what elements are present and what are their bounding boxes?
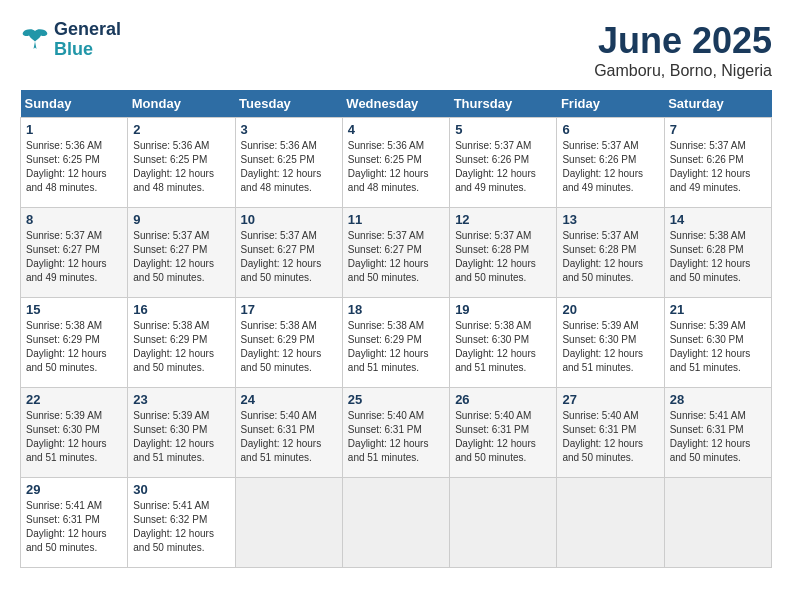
calendar-day-cell: 19Sunrise: 5:38 AMSunset: 6:30 PMDayligh… [450,298,557,388]
col-sunday: Sunday [21,90,128,118]
calendar-day-cell: 26Sunrise: 5:40 AMSunset: 6:31 PMDayligh… [450,388,557,478]
day-number: 2 [133,122,229,137]
day-info: Sunrise: 5:36 AMSunset: 6:25 PMDaylight:… [348,139,444,195]
calendar-day-cell: 14Sunrise: 5:38 AMSunset: 6:28 PMDayligh… [664,208,771,298]
day-info: Sunrise: 5:39 AMSunset: 6:30 PMDaylight:… [26,409,122,465]
calendar-day-cell: 11Sunrise: 5:37 AMSunset: 6:27 PMDayligh… [342,208,449,298]
day-info: Sunrise: 5:38 AMSunset: 6:29 PMDaylight:… [348,319,444,375]
day-info: Sunrise: 5:39 AMSunset: 6:30 PMDaylight:… [670,319,766,375]
calendar-day-cell: 3Sunrise: 5:36 AMSunset: 6:25 PMDaylight… [235,118,342,208]
day-number: 21 [670,302,766,317]
day-number: 13 [562,212,658,227]
calendar-day-cell: 30Sunrise: 5:41 AMSunset: 6:32 PMDayligh… [128,478,235,568]
day-number: 12 [455,212,551,227]
header-row: Sunday Monday Tuesday Wednesday Thursday… [21,90,772,118]
calendar-day-cell [235,478,342,568]
day-info: Sunrise: 5:39 AMSunset: 6:30 PMDaylight:… [562,319,658,375]
calendar-day-cell: 5Sunrise: 5:37 AMSunset: 6:26 PMDaylight… [450,118,557,208]
day-number: 5 [455,122,551,137]
day-number: 23 [133,392,229,407]
calendar-day-cell [664,478,771,568]
calendar-day-cell: 29Sunrise: 5:41 AMSunset: 6:31 PMDayligh… [21,478,128,568]
day-info: Sunrise: 5:37 AMSunset: 6:27 PMDaylight:… [133,229,229,285]
day-info: Sunrise: 5:37 AMSunset: 6:27 PMDaylight:… [26,229,122,285]
day-info: Sunrise: 5:37 AMSunset: 6:27 PMDaylight:… [241,229,337,285]
calendar-week-row: 15Sunrise: 5:38 AMSunset: 6:29 PMDayligh… [21,298,772,388]
day-number: 6 [562,122,658,137]
calendar-day-cell: 7Sunrise: 5:37 AMSunset: 6:26 PMDaylight… [664,118,771,208]
calendar-day-cell [450,478,557,568]
day-info: Sunrise: 5:37 AMSunset: 6:28 PMDaylight:… [562,229,658,285]
calendar-day-cell: 23Sunrise: 5:39 AMSunset: 6:30 PMDayligh… [128,388,235,478]
day-info: Sunrise: 5:40 AMSunset: 6:31 PMDaylight:… [348,409,444,465]
col-friday: Friday [557,90,664,118]
calendar-week-row: 22Sunrise: 5:39 AMSunset: 6:30 PMDayligh… [21,388,772,478]
day-number: 28 [670,392,766,407]
day-number: 29 [26,482,122,497]
day-info: Sunrise: 5:39 AMSunset: 6:30 PMDaylight:… [133,409,229,465]
calendar-day-cell: 27Sunrise: 5:40 AMSunset: 6:31 PMDayligh… [557,388,664,478]
day-info: Sunrise: 5:41 AMSunset: 6:31 PMDaylight:… [670,409,766,465]
day-info: Sunrise: 5:40 AMSunset: 6:31 PMDaylight:… [562,409,658,465]
calendar-day-cell: 18Sunrise: 5:38 AMSunset: 6:29 PMDayligh… [342,298,449,388]
logo: General Blue [20,20,121,60]
day-number: 4 [348,122,444,137]
col-saturday: Saturday [664,90,771,118]
day-number: 25 [348,392,444,407]
day-number: 30 [133,482,229,497]
day-info: Sunrise: 5:37 AMSunset: 6:27 PMDaylight:… [348,229,444,285]
day-info: Sunrise: 5:40 AMSunset: 6:31 PMDaylight:… [455,409,551,465]
logo-icon [20,25,50,55]
calendar-day-cell: 12Sunrise: 5:37 AMSunset: 6:28 PMDayligh… [450,208,557,298]
day-number: 17 [241,302,337,317]
day-number: 19 [455,302,551,317]
day-info: Sunrise: 5:37 AMSunset: 6:26 PMDaylight:… [670,139,766,195]
title-area: June 2025 Gamboru, Borno, Nigeria [594,20,772,80]
day-number: 24 [241,392,337,407]
col-wednesday: Wednesday [342,90,449,118]
day-info: Sunrise: 5:38 AMSunset: 6:28 PMDaylight:… [670,229,766,285]
day-info: Sunrise: 5:36 AMSunset: 6:25 PMDaylight:… [26,139,122,195]
calendar-table: Sunday Monday Tuesday Wednesday Thursday… [20,90,772,568]
day-number: 16 [133,302,229,317]
day-info: Sunrise: 5:36 AMSunset: 6:25 PMDaylight:… [241,139,337,195]
calendar-day-cell: 8Sunrise: 5:37 AMSunset: 6:27 PMDaylight… [21,208,128,298]
calendar-week-row: 29Sunrise: 5:41 AMSunset: 6:31 PMDayligh… [21,478,772,568]
day-info: Sunrise: 5:37 AMSunset: 6:26 PMDaylight:… [562,139,658,195]
calendar-week-row: 8Sunrise: 5:37 AMSunset: 6:27 PMDaylight… [21,208,772,298]
day-number: 14 [670,212,766,227]
calendar-day-cell: 16Sunrise: 5:38 AMSunset: 6:29 PMDayligh… [128,298,235,388]
calendar-day-cell: 20Sunrise: 5:39 AMSunset: 6:30 PMDayligh… [557,298,664,388]
calendar-day-cell: 25Sunrise: 5:40 AMSunset: 6:31 PMDayligh… [342,388,449,478]
col-monday: Monday [128,90,235,118]
day-info: Sunrise: 5:37 AMSunset: 6:28 PMDaylight:… [455,229,551,285]
calendar-day-cell: 21Sunrise: 5:39 AMSunset: 6:30 PMDayligh… [664,298,771,388]
day-number: 11 [348,212,444,227]
day-info: Sunrise: 5:38 AMSunset: 6:29 PMDaylight:… [26,319,122,375]
day-number: 15 [26,302,122,317]
day-number: 26 [455,392,551,407]
calendar-day-cell: 28Sunrise: 5:41 AMSunset: 6:31 PMDayligh… [664,388,771,478]
month-title: June 2025 [594,20,772,62]
day-info: Sunrise: 5:37 AMSunset: 6:26 PMDaylight:… [455,139,551,195]
day-number: 8 [26,212,122,227]
calendar-day-cell: 24Sunrise: 5:40 AMSunset: 6:31 PMDayligh… [235,388,342,478]
location-title: Gamboru, Borno, Nigeria [594,62,772,80]
col-thursday: Thursday [450,90,557,118]
col-tuesday: Tuesday [235,90,342,118]
calendar-day-cell: 9Sunrise: 5:37 AMSunset: 6:27 PMDaylight… [128,208,235,298]
day-info: Sunrise: 5:38 AMSunset: 6:30 PMDaylight:… [455,319,551,375]
day-info: Sunrise: 5:36 AMSunset: 6:25 PMDaylight:… [133,139,229,195]
calendar-day-cell: 2Sunrise: 5:36 AMSunset: 6:25 PMDaylight… [128,118,235,208]
calendar-day-cell: 22Sunrise: 5:39 AMSunset: 6:30 PMDayligh… [21,388,128,478]
day-number: 3 [241,122,337,137]
calendar-day-cell [342,478,449,568]
day-info: Sunrise: 5:38 AMSunset: 6:29 PMDaylight:… [241,319,337,375]
day-number: 10 [241,212,337,227]
day-number: 20 [562,302,658,317]
day-info: Sunrise: 5:40 AMSunset: 6:31 PMDaylight:… [241,409,337,465]
day-info: Sunrise: 5:41 AMSunset: 6:31 PMDaylight:… [26,499,122,555]
calendar-day-cell: 17Sunrise: 5:38 AMSunset: 6:29 PMDayligh… [235,298,342,388]
calendar-day-cell: 13Sunrise: 5:37 AMSunset: 6:28 PMDayligh… [557,208,664,298]
day-info: Sunrise: 5:41 AMSunset: 6:32 PMDaylight:… [133,499,229,555]
